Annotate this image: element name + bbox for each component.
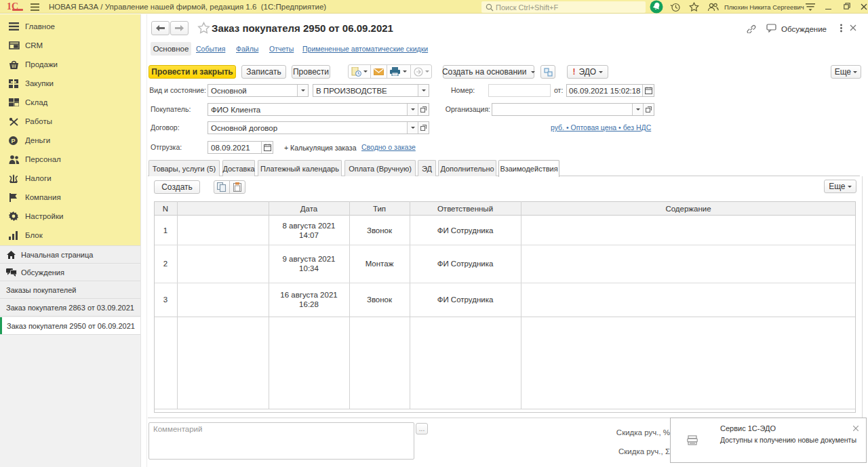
svg-text:Р: Р (11, 137, 15, 144)
